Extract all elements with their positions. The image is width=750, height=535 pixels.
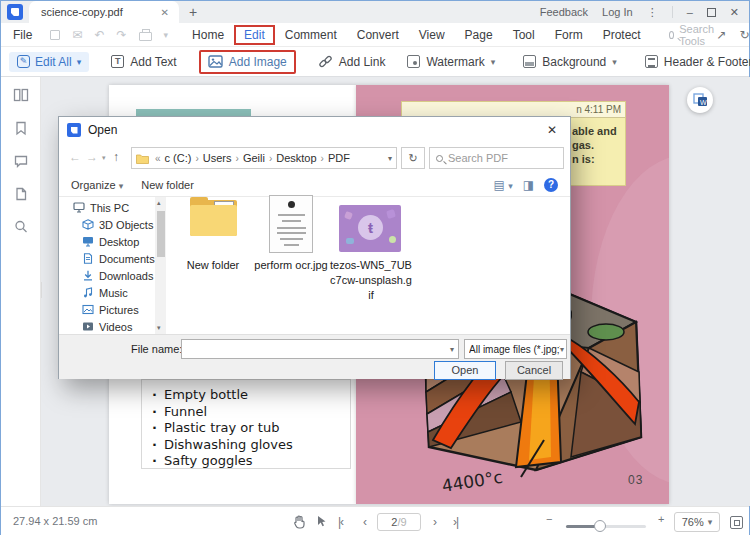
- chevron-down-icon[interactable]: ▾: [450, 345, 454, 354]
- tab-home[interactable]: Home: [182, 25, 234, 45]
- add-text-button[interactable]: T Add Text: [111, 55, 176, 69]
- file-new-folder[interactable]: S: [190, 197, 237, 237]
- organize-menu[interactable]: Organize ▾: [71, 179, 123, 191]
- tab-convert[interactable]: Convert: [347, 25, 409, 45]
- forward-icon[interactable]: →: [86, 150, 98, 164]
- file-perform-ocr[interactable]: [269, 195, 313, 253]
- zoom-level-dropdown[interactable]: 76% ▾: [674, 512, 720, 532]
- sync-icon[interactable]: ↻: [740, 28, 750, 42]
- add-link-button[interactable]: Add Link: [318, 55, 386, 69]
- next-page-icon[interactable]: ›: [433, 515, 436, 529]
- thumbnails-panel-icon[interactable]: [13, 87, 29, 103]
- feedback-link[interactable]: Feedback: [540, 6, 588, 18]
- sidebar-scrollbar[interactable]: ▴ ▾: [155, 197, 166, 334]
- recent-locations-caret-icon[interactable]: ▾: [102, 154, 106, 162]
- sidebar-item-3d-objects[interactable]: 3D Objects: [59, 216, 155, 233]
- sidebar-item-documents[interactable]: Documents: [59, 250, 155, 267]
- new-tab-button[interactable]: +: [189, 4, 197, 20]
- search-panel-icon[interactable]: [13, 219, 29, 235]
- zoom-slider-track[interactable]: [566, 525, 646, 528]
- quick-access-caret-icon[interactable]: ▾: [164, 30, 169, 40]
- first-page-icon[interactable]: |‹: [338, 515, 343, 529]
- sidebar-item-videos[interactable]: Videos: [59, 318, 155, 334]
- bookmark-panel-icon[interactable]: [13, 120, 29, 136]
- fit-screen-icon[interactable]: [730, 516, 743, 529]
- tab-page[interactable]: Page: [455, 25, 503, 45]
- add-image-button[interactable]: Add Image: [199, 50, 296, 74]
- dialog-titlebar[interactable]: Open: [59, 117, 570, 143]
- zoom-slider-knob[interactable]: [594, 520, 606, 532]
- last-page-icon[interactable]: ›|: [453, 515, 458, 529]
- crumb-users[interactable]: Users: [203, 152, 232, 164]
- sidebar-item-downloads[interactable]: Downloads: [59, 267, 155, 284]
- new-folder-button[interactable]: New folder: [141, 179, 194, 191]
- file-type-dropdown[interactable]: All image files (*.jpg;*.jpeg;*.jpe ▾: [464, 339, 567, 359]
- panel-expander-handle[interactable]: ▸: [41, 282, 42, 298]
- share-icon[interactable]: ↗: [717, 28, 727, 42]
- tab-protect[interactable]: Protect: [593, 25, 651, 45]
- back-icon[interactable]: ←: [69, 150, 81, 164]
- comment-panel-icon[interactable]: [13, 153, 29, 169]
- sidebar-item-music[interactable]: Music: [59, 284, 155, 301]
- crumb-desktop[interactable]: Desktop: [276, 152, 316, 164]
- undo-icon[interactable]: ↶: [94, 28, 104, 42]
- cancel-button[interactable]: Cancel: [505, 361, 563, 380]
- header-footer-button[interactable]: Header & Footer ▾: [645, 55, 750, 69]
- sidebar-item-this-pc[interactable]: This PC: [59, 199, 155, 216]
- tab-close-icon[interactable]: ✕: [159, 7, 171, 18]
- mail-icon[interactable]: ✉: [72, 28, 82, 42]
- save-icon[interactable]: [50, 30, 60, 40]
- close-window-button[interactable]: ✕: [730, 6, 739, 19]
- scroll-down-icon[interactable]: ▾: [157, 324, 161, 332]
- maximize-button[interactable]: [707, 8, 716, 17]
- file-name-combobox[interactable]: ▾: [181, 339, 459, 359]
- previous-page-icon[interactable]: ‹: [363, 515, 366, 529]
- scroll-up-icon[interactable]: ▴: [157, 199, 161, 207]
- file-menu[interactable]: File: [13, 28, 32, 42]
- zoom-in-icon[interactable]: +: [658, 513, 664, 525]
- convert-to-word-float-button[interactable]: W: [687, 87, 713, 113]
- dialog-search-box[interactable]: [429, 147, 564, 169]
- file-label[interactable]: perform ocr.jpg: [246, 258, 336, 273]
- tab-comment[interactable]: Comment: [275, 25, 347, 45]
- sidebar-item-pictures[interactable]: Pictures: [59, 301, 155, 318]
- print-icon[interactable]: [139, 32, 152, 41]
- scrollbar-thumb[interactable]: [157, 211, 165, 257]
- edit-all-button[interactable]: ✎ Edit All ▾: [9, 52, 89, 72]
- supplies-list-textbox[interactable]: Empty bottle Funnel Plastic tray or tub …: [141, 379, 351, 469]
- minimize-button[interactable]: –: [687, 6, 693, 18]
- address-bar[interactable]: « c (C:) › Users › Geili › Desktop › PDF…: [131, 147, 397, 169]
- background-button[interactable]: Background ▾: [523, 55, 617, 69]
- sidebar-item-desktop[interactable]: Desktop: [59, 233, 155, 250]
- file-label[interactable]: New folder: [173, 258, 253, 273]
- preview-pane-icon[interactable]: ◨: [523, 178, 534, 192]
- help-icon[interactable]: ?: [544, 178, 558, 192]
- redo-icon[interactable]: ↷: [116, 28, 126, 42]
- up-one-level-icon[interactable]: ↑: [113, 150, 119, 164]
- tab-view[interactable]: View: [409, 25, 455, 45]
- file-name-input[interactable]: [186, 343, 450, 355]
- crumb-collapse-icon[interactable]: «: [153, 153, 163, 164]
- select-tool-icon[interactable]: [316, 515, 329, 528]
- document-canvas[interactable]: ▸ Empty bottle Funnel Plastic tray or tu…: [41, 77, 750, 506]
- crumb-drive[interactable]: c (C:): [165, 152, 192, 164]
- attachment-panel-icon[interactable]: [13, 186, 29, 202]
- file-label[interactable]: tezos-WN5_7UBc7cw-unsplash.gif: [329, 258, 413, 303]
- refresh-button[interactable]: ↻: [401, 147, 425, 169]
- zoom-out-icon[interactable]: −: [546, 513, 552, 525]
- search-tools[interactable]: Search Tools: [669, 23, 717, 47]
- page-indicator[interactable]: 2/9: [377, 513, 421, 531]
- views-icon[interactable]: ▤ ▾: [493, 178, 512, 192]
- crumb-pdf[interactable]: PDF: [328, 152, 350, 164]
- dialog-search-input[interactable]: [448, 152, 557, 164]
- dialog-close-button[interactable]: ✕: [534, 117, 570, 143]
- open-button[interactable]: Open: [434, 361, 496, 380]
- tab-edit[interactable]: Edit: [234, 25, 275, 45]
- tab-form[interactable]: Form: [545, 25, 593, 45]
- address-caret-icon[interactable]: ▾: [388, 154, 392, 163]
- watermark-button[interactable]: Watermark ▾: [407, 55, 495, 69]
- document-tab[interactable]: science-copy.pdf ✕: [29, 1, 179, 23]
- kebab-menu-icon[interactable]: ⋮: [647, 6, 658, 19]
- file-tezos-gif[interactable]: ŧ: [339, 205, 401, 252]
- tab-tool[interactable]: Tool: [503, 25, 545, 45]
